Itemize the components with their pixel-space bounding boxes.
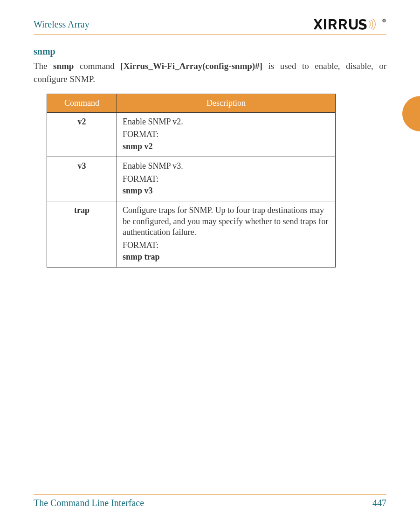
brand-logo: R <box>314 18 386 31</box>
svg-marker-0 <box>314 19 323 29</box>
page-header: Wireless Array R <box>34 16 386 33</box>
svg-rect-1 <box>324 19 326 29</box>
intro-text-mid: command <box>74 61 120 71</box>
intro-command-name: snmp <box>53 61 74 71</box>
description-cell: Configure traps for SNMP. Up to four tra… <box>117 201 336 267</box>
description-text: Configure traps for SNMP. Up to four tra… <box>123 205 330 238</box>
xirrus-logo-svg: R <box>314 18 386 31</box>
table-row: v2 Enable SNMP v2. FORMAT: snmp v2 <box>47 113 336 157</box>
command-cell: v3 <box>47 157 117 201</box>
intro-cli-prompt: [Xirrus_Wi-Fi_Array(config-snmp)#] <box>120 61 262 71</box>
section-heading: snmp <box>34 46 386 57</box>
description-cell: Enable SNMP v3. FORMAT: snmp v3 <box>117 157 336 201</box>
footer-section-title: The Command Line Interface <box>34 498 144 508</box>
description-text: Enable SNMP v3. <box>123 161 330 171</box>
intro-paragraph: The snmp command [Xirrus_Wi-Fi_Array(con… <box>34 60 386 85</box>
footer-page-number: 447 <box>372 498 386 508</box>
table-row: v3 Enable SNMP v3. FORMAT: snmp v3 <box>47 157 336 201</box>
header-divider <box>34 34 386 35</box>
format-value: snmp v2 <box>123 141 330 152</box>
format-label: FORMAT: <box>123 129 330 140</box>
command-table: Command Description v2 Enable SNMP v2. F… <box>47 94 336 267</box>
column-header-description: Description <box>117 94 336 113</box>
footer-divider <box>34 494 386 495</box>
table-row: trap Configure traps for SNMP. Up to fou… <box>47 201 336 267</box>
format-label: FORMAT: <box>123 240 330 251</box>
format-value: snmp v3 <box>123 185 330 196</box>
section-side-tab <box>402 96 420 131</box>
command-cell: trap <box>47 201 117 267</box>
description-text: Enable SNMP v2. <box>123 117 330 127</box>
intro-text-pre: The <box>34 61 53 71</box>
command-table-wrap: Command Description v2 Enable SNMP v2. F… <box>47 94 386 267</box>
header-title: Wireless Array <box>34 19 90 30</box>
format-value: snmp trap <box>123 252 330 262</box>
document-page: Wireless Array R <box>0 0 420 528</box>
page-footer: The Command Line Interface 447 <box>34 494 386 508</box>
description-cell: Enable SNMP v2. FORMAT: snmp v2 <box>117 113 336 157</box>
command-cell: v2 <box>47 113 117 157</box>
column-header-command: Command <box>47 94 117 113</box>
format-label: FORMAT: <box>123 174 330 185</box>
table-header-row: Command Description <box>47 94 336 113</box>
